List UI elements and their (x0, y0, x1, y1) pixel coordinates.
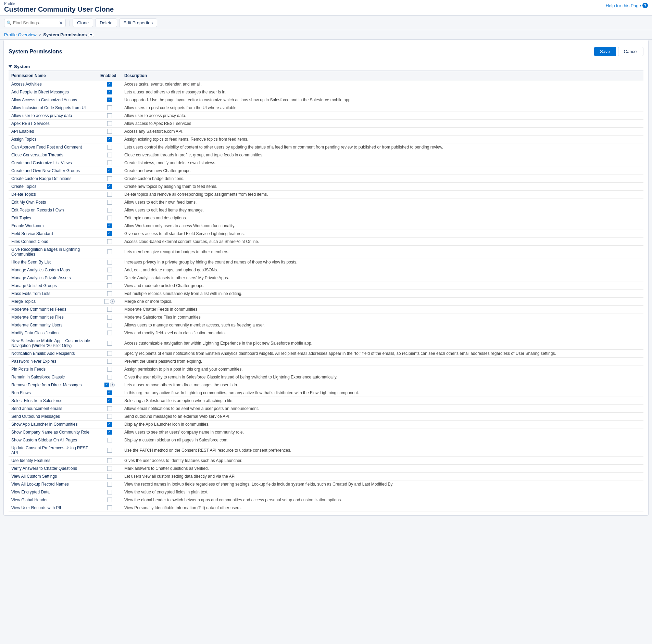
content-area: System Permissions Save Cancel System Pe… (3, 40, 649, 516)
save-button[interactable]: Save (594, 47, 616, 56)
permission-checkbox[interactable] (107, 200, 112, 205)
table-row: Update Consent Preferences Using REST AP… (9, 444, 643, 457)
col-permission-name: Permission Name (9, 71, 98, 80)
permission-checkbox[interactable] (107, 498, 112, 502)
cancel-button[interactable]: Cancel (618, 47, 643, 56)
permission-checkbox[interactable] (107, 490, 112, 494)
permission-name-cell: Create and Customize List Views (9, 159, 98, 167)
permission-checkbox[interactable] (107, 283, 112, 288)
permission-checkbox[interactable] (107, 414, 112, 419)
permission-description-cell: Mark answers to Chatter questions as ver… (122, 465, 643, 473)
permission-enabled-cell (98, 96, 122, 104)
permission-description-cell: Create new topics by assigning them to f… (122, 183, 643, 191)
table-row: Give Recognition Badges in Lightning Com… (9, 246, 643, 258)
permission-checkbox[interactable] (107, 145, 112, 150)
clear-icon[interactable]: ✕ (59, 20, 63, 26)
permission-checkbox[interactable] (107, 260, 112, 265)
permission-checkbox[interactable] (107, 239, 112, 244)
permission-checkbox[interactable] (107, 291, 112, 296)
permission-checkbox[interactable] (107, 208, 112, 212)
permission-checkbox[interactable] (107, 82, 112, 87)
clone-button[interactable]: Clone (73, 18, 93, 27)
permission-checkbox[interactable] (107, 390, 112, 395)
edit-properties-button[interactable]: Edit Properties (119, 18, 157, 27)
permission-checkbox[interactable] (107, 482, 112, 487)
permission-checkbox[interactable] (107, 192, 112, 197)
breadcrumb-profile-overview[interactable]: Profile Overview (4, 32, 37, 37)
permission-checkbox[interactable] (107, 249, 112, 254)
permission-checkbox[interactable] (107, 351, 112, 356)
permission-checkbox[interactable] (107, 105, 112, 110)
permission-checkbox[interactable] (107, 466, 112, 471)
info-icon[interactable]: i (110, 299, 115, 304)
permission-name-cell: Allow Inclusion of Code Snippets from UI (9, 104, 98, 112)
permission-checkbox[interactable] (107, 430, 112, 435)
permission-checkbox[interactable] (107, 458, 112, 463)
permission-checkbox[interactable] (107, 184, 112, 189)
permission-checkbox[interactable] (107, 216, 112, 220)
system-toggle[interactable]: System (9, 62, 643, 71)
permission-checkbox[interactable] (107, 275, 112, 280)
permission-checkbox[interactable] (107, 168, 112, 173)
permission-name-cell: Create custom Badge Definitions (9, 175, 98, 183)
permission-name-cell: New Salesforce Mobile App - Customizable… (9, 337, 98, 350)
permission-checkbox[interactable] (107, 121, 112, 126)
permission-checkbox[interactable] (107, 406, 112, 411)
permission-checkbox[interactable] (107, 113, 112, 118)
permission-enabled-cell (98, 258, 122, 266)
permission-enabled-cell (98, 266, 122, 274)
search-box[interactable]: 🔍 ✕ (4, 19, 66, 27)
permission-name-cell: View All Custom Settings (9, 473, 98, 480)
permission-checkbox[interactable] (107, 422, 112, 427)
table-row: Password Never ExpiresPrevent the user's… (9, 358, 643, 365)
permission-enabled-cell (98, 88, 122, 96)
permission-checkbox[interactable] (107, 359, 112, 364)
breadcrumb-dropdown-btn[interactable] (88, 33, 94, 37)
permission-checkbox[interactable] (107, 231, 112, 236)
table-row: Close Conversation ThreadsClose conversa… (9, 151, 643, 159)
permission-checkbox[interactable] (107, 331, 112, 335)
permission-checkbox[interactable] (107, 398, 112, 403)
permission-checkbox[interactable] (107, 448, 112, 453)
permission-checkbox[interactable] (104, 383, 109, 387)
permission-checkbox[interactable] (107, 223, 112, 228)
permission-checkbox[interactable] (107, 375, 112, 379)
permission-checkbox[interactable] (107, 505, 112, 510)
help-link[interactable]: Help for this Page ? (606, 3, 648, 8)
permission-checkbox[interactable] (107, 315, 112, 320)
table-row: Assign TopicsAssign existing topics to f… (9, 136, 643, 143)
search-input[interactable] (13, 20, 58, 25)
permission-checkbox[interactable] (107, 176, 112, 181)
permission-checkbox[interactable] (107, 438, 112, 442)
permission-checkbox[interactable] (107, 323, 112, 327)
permission-checkbox[interactable] (107, 341, 112, 346)
permission-checkbox[interactable] (107, 307, 112, 312)
permission-description-cell: Allow access to Apex REST services (122, 120, 643, 128)
permission-name-cell: Add People to Direct Messages (9, 88, 98, 96)
permission-description-cell: Allow users to post code snippets from t… (122, 104, 643, 112)
permission-checkbox[interactable] (107, 98, 112, 102)
permission-checkbox[interactable] (107, 268, 112, 272)
permission-enabled-cell (98, 428, 122, 436)
permission-enabled-cell (98, 389, 122, 397)
permission-checkbox[interactable] (107, 367, 112, 372)
permission-checkbox[interactable] (107, 90, 112, 94)
permission-checkbox[interactable] (107, 137, 112, 142)
table-row: Verify Answers to Chatter QuestionsMark … (9, 465, 643, 473)
permission-name-cell: Send announcement emails (9, 405, 98, 413)
table-row: Create TopicsCreate new topics by assign… (9, 183, 643, 191)
table-row: Pin Posts in FeedsAssign permission to p… (9, 365, 643, 373)
breadcrumb-current: System Permissions (43, 32, 94, 37)
breadcrumb: Profile Overview > System Permissions (0, 30, 652, 40)
permission-checkbox[interactable] (107, 160, 112, 165)
permission-checkbox[interactable] (104, 299, 109, 304)
permission-description-cell: Use the PATCH method on the Consent REST… (122, 444, 643, 457)
delete-button[interactable]: Delete (95, 18, 117, 27)
permission-name-cell: API Enabled (9, 128, 98, 136)
permission-enabled-cell (98, 198, 122, 206)
permission-checkbox[interactable] (107, 129, 112, 134)
permission-checkbox[interactable] (107, 153, 112, 157)
info-icon[interactable]: i (110, 383, 115, 387)
permission-enabled-cell (98, 373, 122, 381)
permission-checkbox[interactable] (107, 474, 112, 479)
